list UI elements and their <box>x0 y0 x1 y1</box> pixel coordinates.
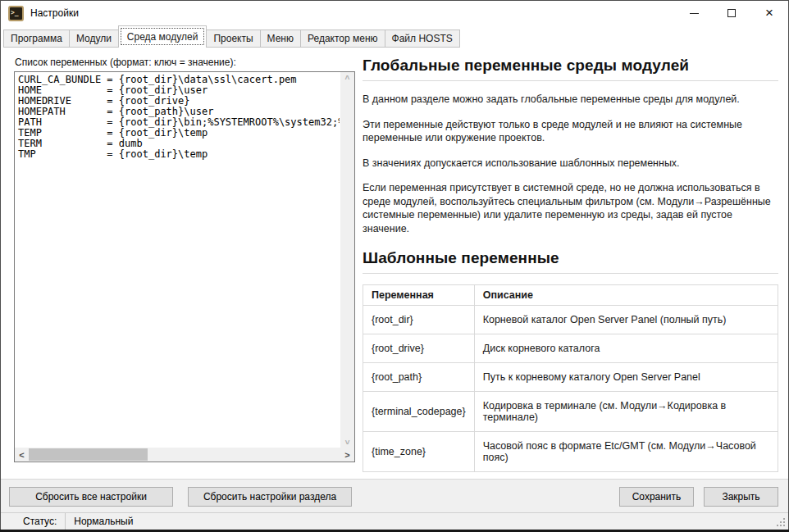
scroll-up-icon[interactable]: ^ <box>340 72 354 85</box>
scroll-left-icon[interactable]: < <box>15 448 29 462</box>
window-controls: × <box>675 1 788 25</box>
section-heading-template-vars: Шаблонные переменные <box>363 248 778 268</box>
variable-cell: {terminal_codepage} <box>363 392 475 432</box>
terminal-app-icon: >_ <box>8 6 24 21</box>
table-row: {root_path} Путь к корневому каталогу Op… <box>363 363 778 392</box>
tab-menyu[interactable]: Меню <box>261 30 301 48</box>
variable-cell: {root_path} <box>363 363 475 392</box>
description-cell: Кодировка в терминале (см. Модули→Кодиро… <box>474 392 778 432</box>
description-cell: Диск корневого каталога <box>474 334 778 363</box>
description-cell: Часовой пояс в формате Etc/GMT (см. Моду… <box>474 432 778 472</box>
table-row: {root_drive} Диск корневого каталога <box>363 334 778 363</box>
tab-sreda-modulej[interactable]: Среда модулей <box>118 25 208 48</box>
variable-cell: {root_drive} <box>363 334 475 363</box>
variables-editor[interactable]: CURL_CA_BUNDLE = {root_dir}\data\ssl\cac… <box>14 71 355 462</box>
help-paragraph: В значениях допускается использование ша… <box>363 157 778 171</box>
resize-grip-icon[interactable] <box>783 525 785 526</box>
status-value: Нормальный <box>74 516 133 527</box>
tab-moduli[interactable]: Модули <box>70 30 119 48</box>
status-separator <box>65 513 66 530</box>
reset-all-settings-button[interactable]: Сбросить все настройки <box>9 487 173 507</box>
scroll-down-icon[interactable]: ^ <box>340 434 354 448</box>
save-button[interactable]: Сохранить <box>619 487 694 507</box>
tab-redaktor-menyu[interactable]: Редактор меню <box>301 30 385 48</box>
close-dialog-button[interactable]: Закрыть <box>704 487 778 507</box>
maximize-button[interactable] <box>713 1 750 25</box>
help-paragraph: Если переменная присутствует в системной… <box>363 181 778 235</box>
vertical-scrollbar[interactable]: ^ ^ <box>340 72 354 448</box>
section-heading-global-vars: Глобальные переменные среды модулей <box>363 56 778 75</box>
minimize-button[interactable] <box>675 1 713 25</box>
description-cell: Путь к корневому каталогу Open Server Pa… <box>474 363 778 392</box>
close-icon: × <box>765 6 773 20</box>
reset-section-settings-button[interactable]: Сбросить настройки раздела <box>188 487 352 507</box>
variables-list-label: Список переменных (формат: ключ = значен… <box>15 57 236 68</box>
tab-fajl-hosts[interactable]: Файл HOSTS <box>385 30 460 48</box>
tab-programma[interactable]: Программа <box>3 30 70 48</box>
tab-proekty[interactable]: Проекты <box>207 30 260 48</box>
title-bar: >_ Настройки × <box>1 1 788 25</box>
window-title: Настройки <box>30 7 79 19</box>
status-label: Статус: <box>23 516 57 527</box>
description-cell: Корневой каталог Open Server Panel (полн… <box>474 306 778 334</box>
heading-rule <box>363 80 778 81</box>
column-header-variable: Переменная <box>363 285 475 306</box>
tab-page: Список переменных (формат: ключ = значен… <box>1 48 788 479</box>
settings-window: >_ Настройки × Программа Модули Среда мо… <box>0 0 789 530</box>
tab-strip: Программа Модули Среда модулей Проекты М… <box>1 25 788 48</box>
horizontal-scrollbar[interactable]: < > <box>15 448 354 462</box>
template-variables-table: Переменная Описание {root_dir} Корневой … <box>363 284 778 472</box>
help-panel: Глобальные переменные среды модулей В да… <box>363 48 778 525</box>
scroll-right-icon[interactable]: > <box>340 448 354 462</box>
close-button[interactable]: × <box>750 1 788 25</box>
table-row: {time_zone} Часовой пояс в формате Etc/G… <box>363 432 778 472</box>
column-header-description: Описание <box>474 285 778 306</box>
bottom-button-bar: Сбросить все настройки Сбросить настройк… <box>1 479 788 512</box>
minimize-icon <box>690 13 699 14</box>
horizontal-scroll-thumb[interactable] <box>29 448 148 461</box>
help-paragraph: Эти переменные действуют только в среде … <box>363 118 778 145</box>
variable-cell: {root_dir} <box>363 306 475 334</box>
status-bar: Статус: Нормальный <box>1 512 788 530</box>
variable-cell: {time_zone} <box>363 432 475 472</box>
variables-text[interactable]: CURL_CA_BUNDLE = {root_dir}\data\ssl\cac… <box>15 72 340 446</box>
heading-rule <box>363 273 778 274</box>
help-paragraph: В данном разделе можно задать глобальные… <box>363 93 778 107</box>
table-header-row: Переменная Описание <box>363 285 778 306</box>
table-row: {terminal_codepage} Кодировка в терминал… <box>363 392 778 432</box>
maximize-icon <box>727 9 736 17</box>
table-row: {root_dir} Корневой каталог Open Server … <box>363 306 778 334</box>
